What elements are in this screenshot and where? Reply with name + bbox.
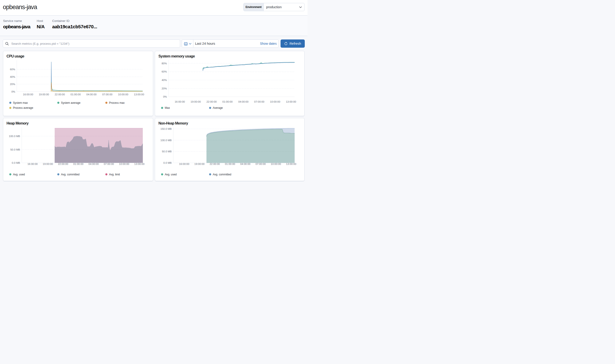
svg-text:16:00:00: 16:00:00 bbox=[175, 100, 185, 103]
svg-text:0.0 MB: 0.0 MB bbox=[12, 161, 20, 164]
svg-text:60%: 60% bbox=[162, 70, 167, 73]
svg-text:04:00:00: 04:00:00 bbox=[238, 100, 249, 103]
svg-text:10:00:00: 10:00:00 bbox=[119, 163, 129, 165]
svg-text:07:00:00: 07:00:00 bbox=[102, 93, 112, 96]
svg-text:13:00:00: 13:00:00 bbox=[134, 163, 145, 165]
svg-text:10:00:00: 10:00:00 bbox=[118, 93, 128, 96]
svg-text:0%: 0% bbox=[163, 95, 167, 98]
svg-text:19:00:00: 19:00:00 bbox=[191, 100, 201, 103]
svg-text:0%: 0% bbox=[11, 90, 15, 93]
svg-text:60%: 60% bbox=[10, 68, 15, 71]
svg-text:20%: 20% bbox=[162, 87, 167, 90]
svg-text:22:00:00: 22:00:00 bbox=[206, 100, 217, 103]
svg-text:07:00:00: 07:00:00 bbox=[104, 163, 114, 165]
svg-text:22:00:00: 22:00:00 bbox=[210, 163, 220, 165]
svg-text:50.0 MB: 50.0 MB bbox=[162, 150, 172, 153]
svg-text:01:00:00: 01:00:00 bbox=[222, 100, 233, 103]
svg-text:01:00:00: 01:00:00 bbox=[225, 163, 235, 165]
svg-text:Process max: Process max bbox=[109, 101, 124, 104]
svg-text:16:00:00: 16:00:00 bbox=[179, 163, 189, 165]
svg-text:04:00:00: 04:00:00 bbox=[86, 93, 96, 96]
svg-text:0.0 MB: 0.0 MB bbox=[164, 161, 172, 164]
svg-text:16:00:00: 16:00:00 bbox=[23, 93, 33, 96]
svg-text:10:00:00: 10:00:00 bbox=[271, 163, 281, 165]
svg-text:Avg. committed: Avg. committed bbox=[213, 173, 231, 176]
svg-text:20%: 20% bbox=[10, 83, 15, 86]
svg-text:Process average: Process average bbox=[13, 106, 33, 109]
svg-text:Avg. limit: Avg. limit bbox=[109, 173, 120, 176]
svg-text:04:00:00: 04:00:00 bbox=[88, 163, 99, 165]
svg-text:50.0 MB: 50.0 MB bbox=[10, 148, 20, 151]
svg-text:10:00:00: 10:00:00 bbox=[270, 100, 280, 103]
svg-text:19:00:00: 19:00:00 bbox=[43, 163, 53, 165]
svg-text:Avg. used: Avg. used bbox=[13, 173, 25, 176]
svg-text:07:00:00: 07:00:00 bbox=[255, 163, 266, 165]
svg-text:100.0 MB: 100.0 MB bbox=[9, 135, 20, 138]
svg-text:22:00:00: 22:00:00 bbox=[55, 93, 65, 96]
svg-text:Max: Max bbox=[165, 106, 170, 109]
svg-text:16:00:00: 16:00:00 bbox=[27, 163, 38, 165]
svg-text:13:00:00: 13:00:00 bbox=[286, 163, 296, 165]
svg-text:System average: System average bbox=[61, 101, 81, 104]
svg-text:07:00:00: 07:00:00 bbox=[254, 100, 264, 103]
svg-text:01:00:00: 01:00:00 bbox=[70, 93, 81, 96]
svg-text:40%: 40% bbox=[10, 75, 15, 78]
svg-text:Average: Average bbox=[213, 106, 223, 109]
svg-text:40%: 40% bbox=[162, 79, 167, 81]
svg-text:19:00:00: 19:00:00 bbox=[39, 93, 49, 96]
svg-text:150.0 MB: 150.0 MB bbox=[161, 127, 172, 130]
svg-text:System max: System max bbox=[13, 101, 28, 104]
svg-text:13:00:00: 13:00:00 bbox=[134, 93, 144, 96]
svg-text:100.0 MB: 100.0 MB bbox=[161, 139, 172, 141]
svg-text:04:00:00: 04:00:00 bbox=[240, 163, 250, 165]
svg-text:01:00:00: 01:00:00 bbox=[73, 163, 83, 165]
svg-text:13:00:00: 13:00:00 bbox=[286, 100, 296, 103]
svg-text:80%: 80% bbox=[162, 62, 167, 65]
svg-text:22:00:00: 22:00:00 bbox=[58, 163, 68, 165]
svg-text:19:00:00: 19:00:00 bbox=[194, 163, 205, 165]
svg-text:Avg. used: Avg. used bbox=[165, 173, 177, 176]
svg-text:Avg. committed: Avg. committed bbox=[61, 173, 80, 176]
